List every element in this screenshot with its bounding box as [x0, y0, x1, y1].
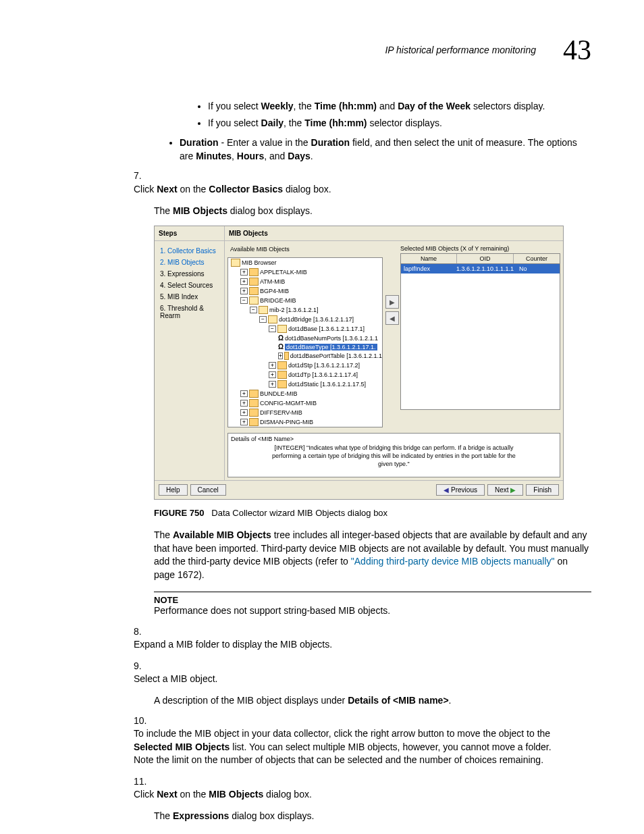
next-button[interactable]: Next ▶ [487, 484, 523, 496]
figure-caption: FIGURE 750 Data Collector wizard MIB Obj… [154, 508, 591, 518]
folder-icon [277, 380, 287, 388]
previous-button[interactable]: ◀ Previous [436, 484, 485, 496]
col-oid: OID [457, 254, 514, 263]
dialog-screenshot: Steps 1. Collector Basics 2. MIB Objects… [154, 226, 564, 500]
available-mib-label: Available MIB Objects [227, 244, 385, 255]
folder-icon [249, 278, 259, 286]
wizard-step-4[interactable]: 4. Select Sources [160, 280, 219, 291]
expand-icon[interactable]: + [240, 390, 248, 397]
move-left-button[interactable]: ◀ [385, 311, 399, 325]
step-10: 10. To include the MIB object in your da… [134, 714, 591, 767]
folder-icon [249, 399, 259, 407]
bullet-duration: Duration - Enter a value in the Duration… [180, 136, 591, 163]
main-bullet: Duration - Enter a value in the Duration… [153, 136, 591, 163]
expand-icon[interactable]: + [269, 362, 276, 369]
mib-tree[interactable]: MIB Browser +APPLETALK-MIB +ATM-MIB +BGP… [227, 257, 383, 427]
chapter-number: 43 [563, 34, 591, 66]
selected-mib-label: Selected MIB Objects (X of Y remaining) [400, 244, 560, 253]
folder-icon [249, 390, 259, 398]
step-7-result: The MIB Objects dialog box displays. [154, 205, 591, 218]
details-title: Details of <MIB Name> [228, 434, 560, 444]
step-9: 9. Select a MIB object. [134, 660, 591, 686]
move-right-button[interactable]: ▶ [385, 295, 399, 309]
folder-icon [277, 371, 287, 379]
folder-open-icon [231, 259, 240, 267]
folder-open-icon [268, 315, 277, 323]
folder-icon [284, 352, 289, 360]
para-available-mib: The Available MIB Objects tree includes … [154, 529, 591, 581]
omega-icon: Ω [278, 334, 284, 342]
help-button[interactable]: Help [159, 484, 188, 496]
expand-icon[interactable]: + [240, 400, 248, 407]
step-11-result: The Expressions dialog box displays. [154, 810, 591, 823]
expand-icon[interactable]: + [269, 381, 276, 388]
wizard-step-2[interactable]: 2. MIB Objects [160, 257, 219, 268]
collapse-icon[interactable]: − [269, 325, 276, 332]
tree-node-selected[interactable]: dot1dBaseType [1.3.6.1.2.1.17.1. [285, 344, 377, 350]
expand-icon[interactable]: + [240, 269, 248, 276]
wizard-step-3[interactable]: 3. Expressions [160, 268, 219, 280]
link-adding-mib[interactable]: "Adding third-party device MIB objects m… [351, 556, 555, 567]
folder-icon [249, 409, 259, 417]
steps-panel-title: Steps [155, 226, 224, 241]
header-title: IP historical performance monitoring [385, 45, 536, 55]
note-block: NOTE Performance does not support string… [154, 592, 591, 616]
expand-icon[interactable]: + [240, 288, 248, 294]
expand-icon[interactable]: + [240, 278, 248, 285]
selected-mib-table[interactable]: Name OID Counter lapIfIndex 1.3.6.1.2.1.… [400, 253, 560, 410]
step-11: 11. Click Next on the MIB Objects dialog… [134, 775, 591, 802]
bullet-daily: If you select Daily, the Time (hh:mm) se… [208, 117, 591, 130]
step-7: 7. Click Next on the Collector Basics di… [134, 170, 591, 196]
folder-icon [249, 287, 259, 295]
table-row[interactable]: lapIfIndex 1.3.6.1.2.1.10.1.1.1.1 No [401, 264, 560, 273]
expand-icon[interactable]: + [269, 371, 276, 378]
bullet-weekly: If you select Weekly, the Time (hh:mm) a… [208, 100, 591, 113]
folder-open-icon [277, 325, 287, 333]
folder-open-icon [249, 296, 259, 305]
step-8: 8. Expand a MIB folder to display the MI… [134, 625, 591, 652]
wizard-step-1[interactable]: 1. Collector Basics [160, 245, 219, 257]
note-text: Performance does not support string-base… [154, 605, 591, 616]
expand-icon[interactable]: + [240, 419, 248, 425]
expand-icon[interactable]: + [278, 353, 283, 359]
wizard-steps-list: 1. Collector Basics 2. MIB Objects 3. Ex… [155, 241, 224, 325]
finish-button[interactable]: Finish [526, 484, 559, 496]
folder-icon [277, 361, 287, 369]
collapse-icon[interactable]: − [259, 316, 267, 323]
expand-icon[interactable]: + [240, 409, 248, 416]
details-text: [INTEGER] "Indicates what type of bridgi… [228, 444, 560, 468]
collapse-icon[interactable]: − [250, 307, 257, 313]
collapse-icon[interactable]: − [240, 297, 248, 304]
step-9-result: A description of the MIB object displays… [154, 694, 591, 708]
omega-icon: Ω [278, 343, 284, 350]
wizard-step-5[interactable]: 5. MIB Index [160, 291, 219, 303]
folder-open-icon [259, 306, 268, 314]
col-counter: Counter [514, 254, 560, 263]
page-header: IP historical performance monitoring 43 [53, 34, 591, 66]
folder-icon [249, 268, 259, 276]
sub-bullets: If you select Weekly, the Time (hh:mm) a… [181, 100, 591, 130]
col-name: Name [401, 254, 457, 263]
wizard-step-6[interactable]: 6. Threshold & Rearm [160, 303, 219, 321]
details-panel: Details of <MIB Name> [INTEGER] "Indicat… [227, 433, 560, 477]
folder-icon [249, 418, 259, 426]
cancel-button[interactable]: Cancel [190, 484, 226, 496]
mib-panel-title: MIB Objects [225, 226, 563, 241]
